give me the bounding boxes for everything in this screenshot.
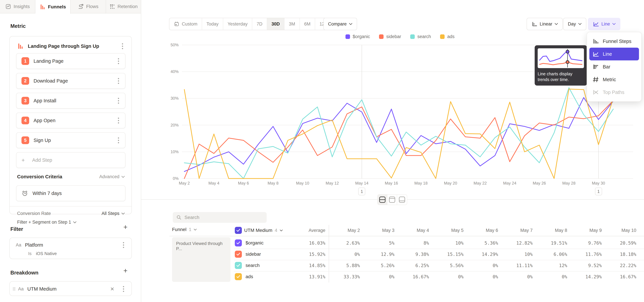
series-checkbox[interactable] <box>235 251 242 258</box>
tab-funnels[interactable]: Funnels <box>36 0 71 14</box>
breakdown-col-label: UTM Medium <box>244 228 272 233</box>
table-search <box>173 212 267 223</box>
table-cell: 16.67% <box>396 274 429 279</box>
table-row-organic[interactable]: $organic <box>235 240 264 246</box>
breakdown-property-name[interactable]: UTM Medium <box>27 286 106 292</box>
conversion-criteria-heading: Conversion Criteria <box>17 174 99 180</box>
table-cell: 12% <box>534 263 567 268</box>
series-name: $organic <box>246 240 264 246</box>
funnel-steps-icon <box>592 38 599 45</box>
table-header-divider <box>170 236 644 236</box>
compare-button[interactable]: Compare <box>323 18 357 30</box>
flows-icon <box>78 4 84 10</box>
kebab-menu-icon[interactable] <box>116 77 122 84</box>
calendar-icon <box>174 21 180 27</box>
table-cell: 6.06% <box>534 252 567 257</box>
kebab-menu-icon[interactable] <box>116 58 122 65</box>
series-checkbox[interactable] <box>235 262 242 269</box>
chevron-down-icon <box>122 212 125 214</box>
table-cell: 5% <box>361 240 394 246</box>
legend-item-organic[interactable]: $organic <box>346 34 370 39</box>
funnel-col-label: Funnel <box>172 227 186 232</box>
funnel-step-4[interactable]: 4App Open <box>16 112 126 128</box>
series-line-organic[interactable] <box>184 98 613 172</box>
table-cell: 16.67% <box>603 274 636 279</box>
funnel-name-cell[interactable]: Product Viewed through P... <box>172 237 230 282</box>
range-label: Custom <box>182 22 198 27</box>
check-icon <box>236 264 240 267</box>
breakdown-checkbox[interactable] <box>235 227 242 234</box>
tab-retention[interactable]: Retention <box>106 0 141 13</box>
series-line-search[interactable] <box>184 88 613 178</box>
chevron-down-icon <box>554 23 558 25</box>
date-range-control: CustomTodayYesterday7D30D3M6M12M <box>169 18 333 30</box>
add-breakdown-button[interactable]: + <box>122 267 129 274</box>
range-yesterday[interactable]: Yesterday <box>223 18 252 30</box>
kebab-menu-icon[interactable] <box>116 136 122 144</box>
menu-item-top-paths: Top Paths <box>589 86 639 99</box>
range-today[interactable]: Today <box>202 18 223 30</box>
menu-item-bar[interactable]: Bar <box>589 60 639 73</box>
breakdown-column-header[interactable]: UTM Medium 4 <box>235 227 283 234</box>
funnel-step-2[interactable]: 2Download Page <box>16 73 126 89</box>
interval-dropdown[interactable]: Day <box>563 18 586 30</box>
tab-insights[interactable]: Insights <box>0 0 36 13</box>
chart-only-view-button[interactable] <box>388 194 397 205</box>
series-checkbox[interactable] <box>235 240 242 246</box>
chart-type-dropdown[interactable]: Line <box>588 18 620 30</box>
legend-label: search <box>418 34 431 39</box>
filter-condition[interactable]: IsiOS Native <box>28 251 57 256</box>
funnel-column-header[interactable]: Funnel 1 <box>172 227 197 232</box>
filter-segment-dropdown[interactable]: Filter + Segment on Step 1 <box>17 220 76 225</box>
column-header-may-8: May 8 <box>537 228 567 233</box>
series-line-sidebar[interactable] <box>184 100 613 178</box>
filter-property-name[interactable]: Platform <box>25 242 117 248</box>
menu-item-label: Top Paths <box>603 90 624 95</box>
kebab-menu-icon[interactable] <box>116 97 122 104</box>
table-cell: 11.76% <box>568 252 602 257</box>
chart-only-view-icon <box>388 196 396 203</box>
advanced-dropdown[interactable]: Advanced <box>99 174 125 179</box>
split-view-button[interactable] <box>378 194 388 205</box>
menu-item-metric[interactable]: Metric <box>589 73 639 86</box>
table-row-ads[interactable]: ads <box>235 273 253 280</box>
legend-item-sidebar[interactable]: sidebar <box>379 34 401 39</box>
series-line-ads[interactable] <box>184 89 613 178</box>
conversion-window-button[interactable]: Within 7 days <box>16 186 126 201</box>
tab-flows[interactable]: Flows <box>70 0 106 13</box>
table-row-search[interactable]: search <box>235 262 260 269</box>
range-custom[interactable]: Custom <box>170 18 202 30</box>
annotation-badge-may-14[interactable]: 1 <box>358 188 365 195</box>
range-3m[interactable]: 3M <box>284 18 300 30</box>
series-checkbox[interactable] <box>235 273 242 280</box>
search-input[interactable] <box>184 215 255 220</box>
table-cell: 12.9% <box>361 252 394 257</box>
legend-item-ads[interactable]: ads <box>440 34 455 39</box>
remove-breakdown-icon[interactable]: ✕ <box>110 286 114 292</box>
menu-item-line[interactable]: Line <box>589 48 639 60</box>
table-cell: 15.92% <box>292 252 325 257</box>
kebab-menu-icon[interactable] <box>120 42 126 50</box>
chart-type-tooltip: Line charts display trends over time. <box>535 45 587 86</box>
kebab-menu-icon[interactable] <box>116 117 122 124</box>
menu-item-funnel-steps[interactable]: Funnel Steps <box>589 35 639 48</box>
range-7d[interactable]: 7D <box>252 18 267 30</box>
funnel-step-1[interactable]: 1Landing Page <box>16 53 126 69</box>
y-axis-tick: 50% <box>160 42 178 47</box>
legend-item-search[interactable]: search <box>410 34 431 39</box>
funnel-step-3[interactable]: 3App Install <box>16 93 126 108</box>
table-only-view-button[interactable] <box>397 194 407 205</box>
funnel-step-5[interactable]: 5Sign Up <box>16 132 126 148</box>
range-30d[interactable]: 30D <box>267 18 284 30</box>
drag-handle-icon[interactable] <box>13 288 16 290</box>
add-step-button[interactable]: + Add Step <box>16 152 126 168</box>
annotation-badge-may-30[interactable]: 1 <box>595 188 602 195</box>
kebab-menu-icon[interactable] <box>120 285 126 292</box>
table-row-sidebar[interactable]: sidebar <box>235 251 261 258</box>
range-6m[interactable]: 6M <box>300 18 315 30</box>
conversion-rate-dropdown[interactable]: All Steps <box>102 211 125 216</box>
kebab-menu-icon[interactable] <box>120 241 126 249</box>
linear-scale-icon <box>531 21 537 27</box>
scale-dropdown[interactable]: Linear <box>526 18 563 30</box>
add-filter-button[interactable]: + <box>122 224 129 231</box>
